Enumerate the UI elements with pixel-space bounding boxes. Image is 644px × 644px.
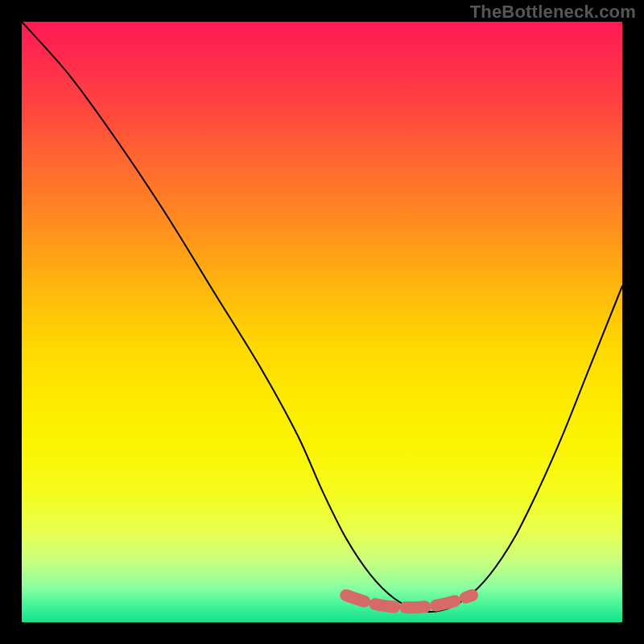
plot-area: [22, 22, 622, 622]
chart-svg: [22, 22, 622, 622]
chart-frame: TheBottleneck.com: [0, 0, 644, 644]
highlight-path: [346, 595, 473, 607]
watermark-text: TheBottleneck.com: [470, 2, 636, 23]
curve-path: [22, 22, 622, 612]
